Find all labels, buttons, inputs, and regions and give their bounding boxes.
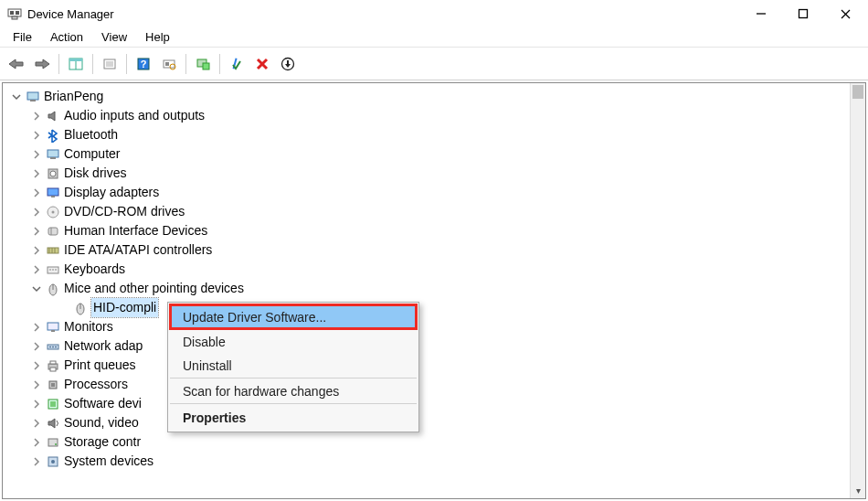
svg-rect-33 xyxy=(50,157,56,159)
chevron-right-icon[interactable] xyxy=(30,110,43,123)
tree-category[interactable]: Display adapters xyxy=(3,183,865,202)
chevron-right-icon[interactable] xyxy=(30,436,43,449)
back-button[interactable] xyxy=(5,53,27,75)
tree-category[interactable]: Bluetooth xyxy=(3,125,865,144)
context-menu: Update Driver Software... Disable Uninst… xyxy=(167,302,419,432)
svg-rect-37 xyxy=(51,196,55,197)
tree-category-label: Bluetooth xyxy=(64,125,118,144)
chevron-right-icon[interactable] xyxy=(30,167,43,180)
software-icon xyxy=(45,396,60,411)
chevron-right-icon[interactable] xyxy=(30,398,43,410)
menu-action[interactable]: Action xyxy=(43,28,90,46)
window-title: Device Manager xyxy=(27,7,114,21)
svg-rect-3 xyxy=(12,16,17,19)
ctx-update-driver[interactable]: Update Driver Software... xyxy=(170,304,417,329)
show-hide-console-tree-button[interactable] xyxy=(65,53,87,75)
tree-category-label: Computer xyxy=(64,144,120,164)
close-button[interactable] xyxy=(824,0,866,27)
chevron-right-icon[interactable] xyxy=(30,187,43,199)
chevron-right-icon[interactable] xyxy=(30,244,43,257)
tree-device[interactable]: HID-compli xyxy=(3,298,865,317)
chevron-right-icon[interactable] xyxy=(30,359,43,372)
tree-category[interactable]: Audio inputs and outputs xyxy=(3,106,865,125)
ctx-scan-hardware[interactable]: Scan for hardware changes xyxy=(170,379,417,404)
chevron-right-icon[interactable] xyxy=(30,321,43,334)
svg-rect-32 xyxy=(48,150,58,157)
tree-category[interactable]: Processors xyxy=(3,375,865,394)
svg-rect-54 xyxy=(48,323,58,330)
tree-category[interactable]: Monitors xyxy=(3,317,865,336)
tree-category[interactable]: Storage contr xyxy=(3,432,865,452)
svg-marker-8 xyxy=(9,59,23,69)
svg-point-59 xyxy=(55,346,57,347)
disable-button[interactable] xyxy=(251,53,273,75)
tree-category-label: DVD/CD-ROM drives xyxy=(64,202,185,221)
scroll-down-arrow-icon[interactable]: ▾ xyxy=(851,483,865,498)
minimize-button[interactable] xyxy=(740,0,782,27)
menu-bar: File Action View Help xyxy=(0,27,868,48)
toolbar: ? xyxy=(0,48,868,80)
forward-button[interactable] xyxy=(31,53,53,75)
enable-button[interactable] xyxy=(277,53,299,75)
disk-icon xyxy=(45,165,60,181)
tree-category[interactable]: Software devi xyxy=(3,394,865,413)
svg-marker-31 xyxy=(48,112,55,121)
chevron-right-icon[interactable] xyxy=(30,378,43,391)
menu-view[interactable]: View xyxy=(94,28,134,46)
menu-help[interactable]: Help xyxy=(138,28,177,46)
svg-rect-2 xyxy=(16,11,19,15)
svg-rect-30 xyxy=(30,100,36,101)
chevron-right-icon[interactable] xyxy=(30,206,43,219)
keyboard-icon xyxy=(45,261,60,277)
tree-category[interactable]: Human Interface Devices xyxy=(3,221,865,240)
tree-category[interactable]: Disk drives xyxy=(3,164,865,183)
svg-rect-55 xyxy=(51,330,55,332)
svg-rect-49 xyxy=(55,269,57,271)
tree-root[interactable]: BrianPeng xyxy=(3,87,865,106)
device-tree[interactable]: BrianPeng Audio inputs and outputsBlueto… xyxy=(3,83,865,498)
maximize-button[interactable] xyxy=(782,0,824,27)
computer-icon xyxy=(25,89,40,104)
scan-hardware-button[interactable] xyxy=(158,53,180,75)
scroll-thumb[interactable] xyxy=(852,85,863,99)
chevron-right-icon[interactable] xyxy=(30,340,43,353)
tree-category[interactable]: System devices xyxy=(3,452,865,471)
tree-category[interactable]: DVD/CD-ROM drives xyxy=(3,202,865,221)
ctx-disable[interactable]: Disable xyxy=(170,329,417,354)
ide-icon xyxy=(45,242,60,258)
tree-category[interactable]: Computer xyxy=(3,144,865,164)
properties-button[interactable] xyxy=(99,53,121,75)
computer-icon xyxy=(45,146,60,162)
chevron-down-icon[interactable] xyxy=(30,282,43,295)
ctx-uninstall[interactable]: Uninstall xyxy=(170,354,417,378)
chevron-right-icon[interactable] xyxy=(30,263,43,276)
tree-category-label: Print queues xyxy=(64,356,136,375)
chevron-right-icon[interactable] xyxy=(30,225,43,238)
tree-category[interactable]: IDE ATA/ATAPI controllers xyxy=(3,240,865,260)
chevron-down-icon[interactable] xyxy=(10,91,23,103)
app-icon xyxy=(7,6,22,21)
menu-file[interactable]: File xyxy=(5,28,39,46)
update-driver-button[interactable] xyxy=(192,53,214,75)
tree-category-label: Display adapters xyxy=(64,183,159,202)
ctx-properties[interactable]: Properties xyxy=(170,405,417,430)
svg-marker-9 xyxy=(36,59,49,69)
tree-category[interactable]: Print queues xyxy=(3,356,865,375)
tree-category[interactable]: Keyboards xyxy=(3,260,865,279)
title-bar: Device Manager xyxy=(0,0,868,27)
chevron-right-icon[interactable] xyxy=(30,455,43,468)
tree-category[interactable]: Network adap xyxy=(3,336,865,356)
svg-rect-40 xyxy=(48,228,58,235)
uninstall-button[interactable] xyxy=(226,53,248,75)
tree-category-label: Audio inputs and outputs xyxy=(64,106,205,125)
chevron-right-icon[interactable] xyxy=(30,417,43,430)
svg-rect-48 xyxy=(52,269,54,271)
network-icon xyxy=(45,338,60,354)
vertical-scrollbar[interactable]: ▴ ▾ xyxy=(850,83,865,498)
chevron-right-icon[interactable] xyxy=(30,129,43,142)
tree-category[interactable]: Sound, video xyxy=(3,413,865,432)
help-button[interactable]: ? xyxy=(132,53,154,75)
tree-category-label: Network adap xyxy=(64,336,143,356)
tree-category[interactable]: Mice and other pointing devices xyxy=(3,279,865,298)
chevron-right-icon[interactable] xyxy=(30,148,43,161)
